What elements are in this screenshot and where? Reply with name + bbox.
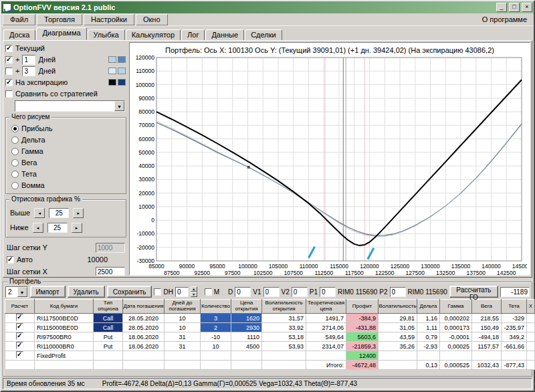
radio-icon[interactable] bbox=[11, 136, 19, 144]
table-cell[interactable]: 1,16 bbox=[417, 314, 440, 323]
table-cell[interactable]: 1157,57 bbox=[472, 342, 502, 351]
dh-spin-input[interactable] bbox=[175, 287, 189, 297]
table-cell[interactable] bbox=[306, 351, 346, 361]
table-cell[interactable]: 1,11 bbox=[417, 323, 440, 332]
radio-icon[interactable] bbox=[11, 171, 19, 178]
import-button[interactable]: Импорт bbox=[30, 286, 66, 298]
radio-icon[interactable] bbox=[11, 148, 19, 155]
table-cell[interactable]: -431,88 bbox=[346, 323, 379, 332]
column-header[interactable]: Тета bbox=[502, 300, 527, 314]
table-cell[interactable] bbox=[472, 351, 502, 361]
table-cell[interactable]: -661,66 bbox=[502, 342, 527, 351]
dh-spinner[interactable]: ▲▼ bbox=[191, 286, 197, 297]
table-cell[interactable]: FixedProfit bbox=[35, 351, 94, 361]
table-cell[interactable]: Put bbox=[94, 332, 123, 342]
increment-below-button[interactable]: ► bbox=[72, 223, 82, 233]
tab-6-item[interactable]: Данные bbox=[205, 29, 244, 40]
calc-cell[interactable] bbox=[5, 361, 35, 370]
column-header[interactable]: Гамма bbox=[440, 300, 472, 314]
grid-y-input[interactable] bbox=[96, 243, 125, 253]
draw-option-row[interactable]: Гамма bbox=[9, 146, 123, 157]
draw-option-row[interactable]: Вомма bbox=[9, 180, 123, 191]
table-cell[interactable]: 31,57 bbox=[262, 314, 306, 323]
grid-x-input[interactable] bbox=[96, 267, 125, 276]
v2-input[interactable] bbox=[292, 287, 308, 297]
table-cell[interactable]: 0,000525 bbox=[440, 361, 472, 370]
table-cell[interactable] bbox=[231, 361, 262, 370]
m-checkbox[interactable] bbox=[205, 288, 212, 296]
column-header[interactable]: Тип опциона bbox=[94, 300, 123, 314]
menu-settings[interactable]: Настройки bbox=[84, 14, 134, 25]
table-cell[interactable]: -329 bbox=[502, 314, 527, 323]
calc-margin-button[interactable]: Рассчитать ГО bbox=[449, 286, 498, 298]
table-cell[interactable]: 33,92 bbox=[262, 323, 306, 332]
margin-value-input[interactable] bbox=[500, 287, 530, 297]
menu-file[interactable]: Файл bbox=[3, 14, 35, 25]
current-checkbox[interactable] bbox=[5, 45, 13, 52]
plus1-checkbox[interactable] bbox=[5, 56, 13, 64]
column-header[interactable]: Цена открытия bbox=[231, 300, 262, 314]
column-header[interactable]: Дней до погашения bbox=[165, 300, 201, 314]
compare-checkbox[interactable] bbox=[5, 90, 13, 98]
row-checkbox[interactable] bbox=[16, 351, 23, 359]
table-cell[interactable]: 549,64 bbox=[306, 332, 346, 342]
tab-1-item[interactable]: Доска bbox=[3, 29, 35, 40]
table-cell[interactable]: 53,18 bbox=[262, 332, 306, 342]
column-header[interactable]: Количество bbox=[201, 300, 231, 314]
table-cell[interactable]: -21859,3 bbox=[346, 342, 379, 351]
column-header[interactable]: Волатильность открытия bbox=[262, 300, 306, 314]
tab-7-item[interactable]: Сделки bbox=[245, 29, 282, 40]
table-cell[interactable] bbox=[379, 361, 417, 370]
table-cell[interactable]: 2314,07 bbox=[306, 342, 346, 351]
menu-window[interactable]: Окно bbox=[136, 14, 168, 25]
table-cell[interactable]: 0,79 bbox=[417, 332, 440, 342]
increment-above-button[interactable]: ► bbox=[73, 208, 84, 218]
menu-trade[interactable]: Торговля bbox=[37, 14, 82, 25]
table-cell[interactable] bbox=[379, 351, 417, 361]
table-cell[interactable] bbox=[262, 361, 306, 370]
table-cell[interactable]: 150,49 bbox=[472, 323, 502, 332]
table-cell[interactable]: 10 bbox=[165, 314, 201, 323]
maximize-button[interactable]: □ bbox=[509, 3, 520, 12]
table-cell[interactable] bbox=[262, 351, 306, 361]
table-cell[interactable]: RI117500BE0D bbox=[35, 314, 94, 323]
draw-option-row[interactable]: Прибыль bbox=[9, 123, 123, 134]
table-cell[interactable]: Call bbox=[94, 323, 123, 332]
row-checkbox[interactable] bbox=[16, 314, 23, 321]
table-cell[interactable]: Итого: bbox=[306, 361, 346, 370]
table-cell[interactable]: 1620 bbox=[231, 314, 262, 323]
table-cell[interactable] bbox=[231, 351, 262, 361]
radio-icon[interactable] bbox=[11, 182, 19, 189]
plus3-checkbox[interactable] bbox=[5, 68, 13, 75]
calc-cell[interactable] bbox=[5, 342, 35, 351]
table-cell[interactable]: -0,0001 bbox=[440, 332, 472, 342]
table-cell[interactable]: -10 bbox=[201, 332, 231, 342]
table-cell[interactable]: 31,05 bbox=[379, 323, 417, 332]
row-checkbox[interactable] bbox=[16, 332, 23, 340]
table-cell[interactable]: 3 bbox=[201, 314, 231, 323]
table-cell[interactable]: Call bbox=[94, 314, 123, 323]
column-header[interactable]: Расчет bbox=[5, 300, 35, 314]
table-cell[interactable]: 12400 bbox=[346, 351, 379, 361]
table-cell[interactable]: 28.05.2020 bbox=[123, 314, 165, 323]
table-cell[interactable]: -4672,48 bbox=[346, 361, 379, 370]
radio-icon[interactable] bbox=[11, 159, 19, 167]
tab-5-item[interactable]: Лог bbox=[181, 29, 205, 40]
calc-cell[interactable] bbox=[5, 351, 35, 361]
delete-button[interactable]: Удалить bbox=[68, 286, 105, 298]
column-header[interactable]: Вега bbox=[472, 300, 502, 314]
table-cell[interactable]: 43,59 bbox=[379, 332, 417, 342]
table-cell[interactable]: 1491,7 bbox=[306, 314, 346, 323]
table-cell[interactable]: 18.06.2020 bbox=[123, 332, 165, 342]
table-cell[interactable]: 5603,6 bbox=[346, 332, 379, 342]
payoff-chart[interactable]: -30000-20000-100000100002000030000400005… bbox=[130, 55, 527, 275]
tab-2-active[interactable]: Диаграмма bbox=[36, 27, 86, 40]
table-cell[interactable]: 0,000173 bbox=[440, 323, 472, 332]
chevron-down-icon[interactable]: ▼ bbox=[17, 287, 27, 297]
strategy-select[interactable]: ▼ bbox=[15, 100, 125, 112]
table-cell[interactable] bbox=[94, 351, 123, 361]
save-button[interactable]: Сохранить bbox=[107, 286, 152, 298]
table-cell[interactable]: 349,2 bbox=[502, 332, 527, 342]
row-checkbox[interactable] bbox=[16, 342, 23, 349]
spin-up-icon[interactable]: ▲ bbox=[191, 286, 197, 292]
